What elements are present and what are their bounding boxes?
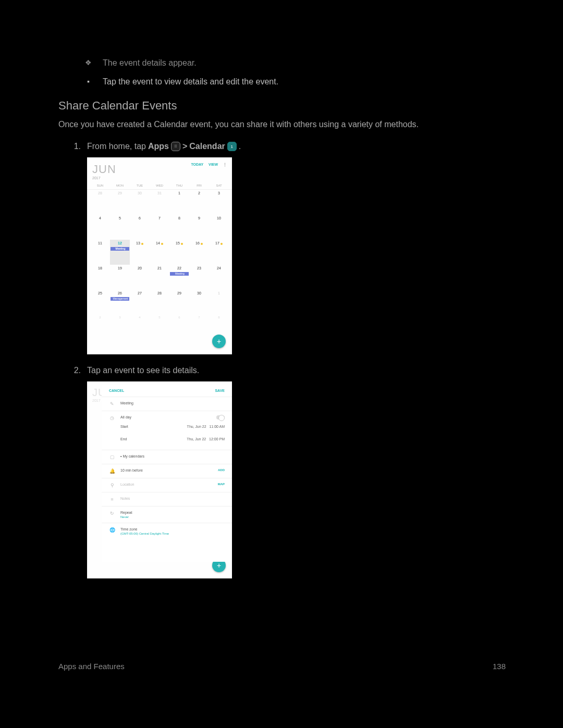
bullet-text: The event details appear.	[103, 58, 506, 68]
calendar-cell[interactable]: 6	[130, 215, 150, 240]
event-detail-screenshot: JU 2017 + CANCEL SAVE ✎ Meeting ◷ All da…	[87, 381, 232, 578]
dow-cell: SUN	[90, 184, 110, 187]
dow-cell: WED	[150, 184, 169, 187]
end-time[interactable]: 12:00 PM	[209, 437, 225, 441]
repeat-label[interactable]: Repeat	[120, 511, 225, 514]
trail-cell: 7	[189, 316, 209, 319]
trail-cell: 6	[169, 316, 189, 319]
intro-paragraph: Once you have created a Calendar event, …	[58, 119, 506, 130]
calendar-cell[interactable]: 27	[130, 290, 150, 315]
dow-cell: MON	[110, 184, 130, 187]
diamond-bullet-icon: ❖	[74, 58, 103, 68]
bullet-text: Tap the event to view details and edit t…	[103, 77, 506, 87]
separator: >	[182, 142, 187, 151]
calendar-cell[interactable]: 10	[209, 215, 229, 240]
calendar-cell[interactable]: 29	[110, 190, 130, 215]
calendar-cell[interactable]: 21	[150, 265, 169, 290]
trail-cell: 4	[130, 316, 150, 319]
calendar-cell[interactable]: 1	[209, 290, 229, 315]
trail-cell: 2	[90, 316, 110, 319]
dow-cell: TUE	[130, 184, 150, 187]
calendar-cell[interactable]: 14	[150, 240, 169, 265]
cancel-button[interactable]: CANCEL	[109, 389, 124, 392]
step-text: Tap an event to see its details.	[87, 366, 199, 375]
view-button[interactable]: VIEW	[209, 163, 218, 167]
calendar-cell[interactable]: 29	[169, 290, 189, 315]
calendar-label: Calendar	[189, 142, 225, 151]
calendar-cell[interactable]: 17	[209, 240, 229, 265]
step-number: 1.	[58, 142, 87, 151]
next-month-row: 2345678	[87, 315, 232, 320]
calendar-cell[interactable]: 12Meeting	[110, 240, 130, 265]
calendar-cell[interactable]: 19	[110, 265, 130, 290]
calendar-month-screenshot: JUN 2017 TODAY VIEW ⋮ SUNMONTUEWEDTHUFRI…	[87, 157, 232, 354]
calendar-cell[interactable]: 4	[90, 215, 110, 240]
apps-icon: ⠿	[171, 142, 180, 151]
clock-icon: ◷	[109, 415, 115, 421]
end-label: End	[120, 437, 181, 441]
event-title[interactable]: Meeting	[120, 401, 225, 405]
location-field[interactable]: Location	[120, 483, 213, 486]
calendar-cell[interactable]: 31	[150, 190, 169, 215]
section-heading: Share Calendar Events	[58, 99, 506, 113]
dow-cell: FRI	[189, 184, 209, 187]
start-label: Start	[120, 425, 182, 428]
save-button[interactable]: SAVE	[215, 389, 225, 392]
step-number: 2.	[58, 366, 87, 375]
calendar-cell[interactable]: 22Meeting	[169, 265, 189, 290]
calendar-cell[interactable]: 24	[209, 265, 229, 290]
calendar-cell[interactable]: 25	[90, 290, 110, 315]
calendar-cell[interactable]: 28	[90, 190, 110, 215]
bullet-event-details: ❖ The event details appear.	[58, 58, 506, 68]
today-button[interactable]: TODAY	[191, 163, 203, 167]
repeat-icon: ↻	[109, 511, 115, 516]
title-icon: ✎	[109, 401, 115, 406]
calendar-cell[interactable]: 2	[189, 190, 209, 215]
trail-cell: 3	[110, 316, 130, 319]
reminder-label[interactable]: 10 min before	[120, 468, 213, 472]
add-event-fab[interactable]: +	[212, 335, 226, 348]
start-date[interactable]: Thu, Jun 22	[187, 425, 206, 428]
calendar-cell[interactable]: 20	[130, 265, 150, 290]
calendar-cell[interactable]: 9	[189, 215, 209, 240]
footer-section: Apps and Features	[58, 662, 125, 671]
globe-icon: 🌐	[109, 527, 115, 533]
event-bar[interactable]: Meeting	[111, 247, 129, 251]
document-page: ❖ The event details appear. ▪ Tap the ev…	[58, 58, 506, 671]
calendar-grid: 28293031123456789101112Meeting1314151617…	[87, 190, 232, 315]
apps-label: Apps	[148, 142, 169, 151]
calendar-cell[interactable]: 11	[90, 240, 110, 265]
start-time[interactable]: 11:00 AM	[209, 425, 225, 428]
calendar-cell[interactable]: 8	[169, 215, 189, 240]
calendar-cell[interactable]: 3	[209, 190, 229, 215]
calendar-cell[interactable]: 23	[189, 265, 209, 290]
calendar-cell[interactable]: 15	[169, 240, 189, 265]
calendar-cell[interactable]: 30	[189, 290, 209, 315]
more-icon[interactable]: ⋮	[223, 163, 227, 167]
calendar-cell[interactable]: 5	[110, 215, 130, 240]
calendar-cell[interactable]: 28	[150, 290, 169, 315]
timezone-label[interactable]: Time zone	[120, 527, 225, 531]
calendar-cell[interactable]: 18	[90, 265, 110, 290]
calendar-cell[interactable]: 1	[169, 190, 189, 215]
calendar-cell[interactable]: 16	[189, 240, 209, 265]
all-day-toggle[interactable]	[216, 415, 225, 419]
notes-field[interactable]: Notes	[120, 497, 225, 500]
year-label: 2017	[92, 176, 116, 180]
page-footer: Apps and Features 138	[58, 662, 506, 671]
step-2: 2. Tap an event to see its details.	[58, 366, 506, 375]
calendar-cell[interactable]: 26Management	[110, 290, 130, 315]
add-reminder-button[interactable]: ADD	[218, 468, 225, 472]
bullet-tap-event: ▪ Tap the event to view details and edit…	[58, 77, 506, 87]
event-bar[interactable]: Meeting	[170, 272, 189, 276]
bell-icon: 🔔	[109, 468, 115, 474]
day-of-week-header: SUNMONTUEWEDTHUFRISAT	[87, 182, 232, 190]
map-button[interactable]: MAP	[218, 483, 225, 486]
calendar-cell[interactable]: 13	[130, 240, 150, 265]
calendar-select-icon: ▢	[109, 454, 115, 460]
my-calendars[interactable]: • My calendars	[120, 454, 225, 458]
event-bar[interactable]: Management	[111, 297, 129, 301]
calendar-cell[interactable]: 7	[150, 215, 169, 240]
calendar-cell[interactable]: 30	[130, 190, 150, 215]
end-date[interactable]: Thu, Jun 22	[187, 437, 206, 441]
